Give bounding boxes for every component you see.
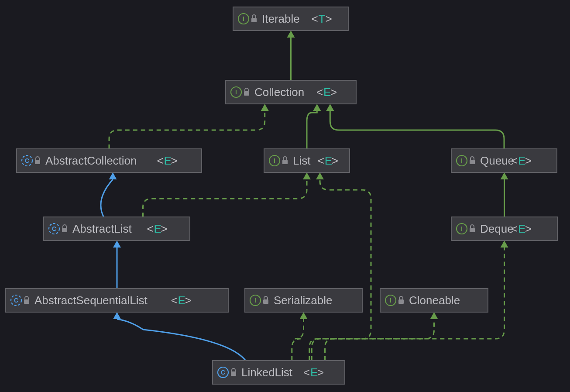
edge-deque-to-queue [501, 172, 508, 217]
type-parameter: E [310, 366, 318, 379]
type-parameter: E [154, 222, 161, 235]
angle-close: > [525, 154, 532, 167]
class-node-collection[interactable]: ICollection<E> [226, 80, 356, 104]
svg-rect-56 [231, 371, 236, 376]
class-name: AbstractSequentialList [34, 294, 148, 307]
class-name: Serializable [274, 294, 332, 307]
type-parameter: E [518, 222, 525, 235]
angle-open: < [511, 154, 518, 167]
edge-abstractList-to-abstractCollection [101, 172, 117, 217]
class-name: AbstractList [72, 222, 132, 235]
svg-marker-0 [287, 31, 295, 38]
class-node-linkedList[interactable]: CLinkedList<E> [213, 361, 345, 384]
edge-list-to-collection [307, 104, 321, 149]
class-name: Deque [480, 222, 514, 235]
class-node-abstractList[interactable]: CAbstractList<E> [44, 217, 190, 241]
class-node-queue[interactable]: IQueue<E> [451, 149, 557, 172]
class-name: Iterable [262, 12, 300, 25]
angle-close: > [171, 154, 178, 167]
svg-marker-12 [501, 241, 508, 248]
type-parameter: E [518, 154, 525, 167]
class-node-abstractCollection[interactable]: CAbstractCollection<E> [17, 149, 202, 172]
class-node-serializable[interactable]: ISerializable [245, 289, 362, 312]
class-node-abstractSequential[interactable]: CAbstractSequentialList<E> [6, 289, 228, 312]
class-name: Collection [254, 86, 304, 99]
edge-queue-to-collection [326, 104, 504, 149]
svg-marker-10 [300, 312, 308, 319]
class-node-list[interactable]: IList<E> [264, 149, 350, 172]
angle-close: > [326, 12, 332, 25]
svg-text:I: I [235, 89, 237, 96]
svg-rect-48 [263, 299, 268, 304]
type-parameter: E [164, 154, 172, 167]
edge-abstractList-to-list [143, 172, 311, 217]
svg-text:I: I [243, 15, 244, 22]
edge-linkedList-to-abstractSequential [113, 312, 246, 361]
svg-marker-9 [316, 172, 324, 179]
uml-class-diagram: IIterable<T>ICollection<E>CAbstractColle… [0, 0, 570, 392]
type-parameter: T [319, 12, 326, 25]
svg-rect-52 [398, 299, 404, 304]
class-name: LinkedList [241, 366, 293, 379]
svg-text:I: I [390, 297, 391, 304]
edge-linkedList-to-list [309, 172, 371, 361]
class-name: AbstractCollection [45, 154, 137, 167]
svg-rect-36 [62, 228, 67, 232]
svg-marker-4 [109, 172, 117, 179]
angle-close: > [317, 366, 324, 379]
svg-rect-44 [24, 299, 29, 304]
type-parameter: E [323, 86, 331, 99]
svg-marker-1 [261, 104, 269, 111]
svg-text:C: C [221, 369, 225, 376]
angle-close: > [330, 86, 337, 99]
svg-rect-16 [251, 18, 257, 22]
svg-text:I: I [274, 157, 275, 164]
edge-abstractSequential-to-abstractList [113, 241, 121, 289]
svg-text:I: I [461, 157, 463, 164]
angle-open: < [312, 12, 318, 25]
edge-abstractCollection-to-collection [109, 104, 269, 149]
svg-marker-6 [501, 172, 508, 179]
class-name: List [293, 154, 311, 167]
svg-rect-40 [470, 228, 475, 232]
nodes-layer: IIterable<T>ICollection<E>CAbstractColle… [6, 7, 557, 384]
svg-rect-20 [244, 91, 249, 96]
angle-close: > [525, 222, 532, 235]
svg-text:C: C [14, 297, 18, 304]
angle-open: < [157, 154, 164, 167]
svg-marker-2 [313, 104, 321, 111]
edge-collection-to-iterable [287, 31, 295, 80]
svg-rect-32 [470, 160, 475, 164]
svg-text:C: C [25, 157, 29, 164]
svg-marker-8 [113, 312, 121, 319]
svg-marker-11 [430, 312, 438, 319]
angle-open: < [147, 222, 153, 235]
svg-text:C: C [52, 225, 56, 232]
angle-close: > [332, 154, 338, 167]
class-node-cloneable[interactable]: ICloneable [380, 289, 488, 312]
angle-open: < [171, 294, 177, 307]
edge-linkedList-to-serializable [292, 312, 308, 361]
svg-text:I: I [461, 225, 463, 232]
angle-open: < [511, 222, 518, 235]
svg-rect-24 [35, 160, 40, 164]
class-name: Queue [480, 154, 514, 167]
type-parameter: E [325, 154, 332, 167]
class-node-deque[interactable]: IDeque<E> [451, 217, 557, 241]
edge-linkedList-to-cloneable [312, 312, 438, 361]
svg-text:I: I [254, 297, 256, 304]
angle-open: < [318, 154, 324, 167]
angle-close: > [161, 222, 167, 235]
class-node-iterable[interactable]: IIterable<T> [233, 7, 348, 31]
svg-rect-28 [282, 160, 288, 164]
svg-marker-3 [326, 104, 334, 111]
svg-marker-7 [113, 241, 121, 248]
angle-close: > [185, 294, 191, 307]
svg-marker-5 [303, 172, 311, 179]
type-parameter: E [178, 294, 185, 307]
angle-open: < [303, 366, 310, 379]
angle-open: < [316, 86, 323, 99]
class-name: Cloneable [409, 294, 460, 307]
